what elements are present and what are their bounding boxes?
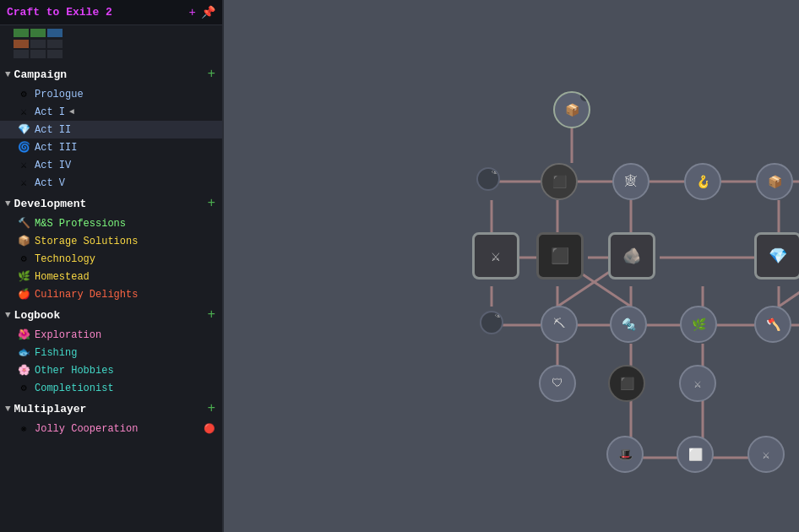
completionist-label: Completionist	[35, 383, 114, 394]
jolly-label: Jolly Cooperation	[35, 423, 138, 435]
multiplayer-section-header[interactable]: ▼ Multiplayer +	[0, 397, 222, 420]
sidebar-item-culinary[interactable]: 🍎 Culinary Delights	[0, 285, 222, 303]
technology-icon: ⚙	[17, 252, 30, 265]
act5-icon: ⚔	[17, 176, 30, 189]
act2-icon: 💎	[17, 123, 30, 136]
act3-label: Act III	[35, 142, 77, 154]
culinary-icon: 🍎	[17, 288, 30, 301]
sidebar-item-jolly[interactable]: ❋ Jolly Cooperation 🔴	[0, 420, 222, 437]
sidebar-item-hobbies[interactable]: 🌸 Other Hobbies	[0, 361, 222, 379]
sidebar-item-act1[interactable]: ⚔ Act I ◄	[0, 103, 222, 121]
hobbies-label: Other Hobbies	[35, 365, 114, 377]
professions-label: M&S Professions	[35, 218, 126, 230]
act3-icon: 🌀	[17, 141, 30, 154]
dev-label: Development	[14, 198, 208, 210]
node-n5[interactable]: ⬛	[541, 163, 578, 200]
multiplayer-label: Multiplayer	[14, 403, 208, 415]
sidebar-item-fishing[interactable]: 🐟 Fishing	[0, 344, 222, 361]
sidebar-item-storage[interactable]: 📦 Storage Solutions	[0, 232, 222, 250]
multiplayer-add-button[interactable]: +	[207, 401, 215, 416]
node-n8[interactable]: 📦	[756, 163, 793, 200]
logbook-add-button[interactable]: +	[207, 307, 215, 323]
sidebar-item-homestead[interactable]: 🌿 Homestead	[0, 268, 222, 285]
node-n21[interactable]: 🔩	[610, 306, 647, 343]
node-n19[interactable]: 👁	[480, 311, 503, 334]
node-n15[interactable]: 💎	[754, 232, 799, 280]
node-n1[interactable]: 📦 👁	[553, 91, 590, 128]
exploration-icon: 🌺	[17, 328, 30, 341]
jolly-icon: ❋	[17, 422, 30, 435]
prologue-label: Prologue	[35, 89, 84, 100]
sidebar-item-act3[interactable]: 🌀 Act III	[0, 138, 222, 156]
act2-label: Act II	[35, 124, 71, 136]
sidebar-item-professions[interactable]: 🔨 M&S Professions	[0, 214, 222, 232]
eye-icon-3: 👁	[490, 167, 500, 177]
campaign-add-button[interactable]: +	[207, 67, 215, 82]
eye-icon: 👁	[580, 91, 590, 101]
node-n29[interactable]: 🎩	[606, 436, 644, 473]
development-section-header[interactable]: ▼ Development +	[0, 192, 222, 214]
sidebar-item-act2[interactable]: 💎 Act II	[0, 121, 222, 138]
sidebar-item-prologue[interactable]: ⚙ Prologue	[0, 85, 222, 103]
act5-label: Act V	[35, 177, 65, 189]
act1-label: Act I	[35, 106, 65, 118]
node-n12[interactable]: ⚔	[472, 232, 519, 280]
node-n14[interactable]: 🪨	[608, 232, 655, 280]
node-n28[interactable]: ⚔	[679, 365, 716, 402]
act4-label: Act IV	[35, 160, 71, 171]
node-n22[interactable]: 🌿	[680, 306, 717, 343]
node-n4[interactable]: 👁	[476, 167, 500, 191]
dev-arrow: ▼	[5, 198, 11, 209]
exploration-label: Exploration	[35, 329, 101, 341]
sidebar-item-act5[interactable]: ⚔ Act V	[0, 174, 222, 192]
campaign-arrow: ▼	[5, 69, 11, 79]
storage-label: Storage Solutions	[35, 236, 138, 247]
multiplayer-arrow: ▼	[5, 404, 11, 414]
main-content: 📦 👁 🧪 👁 🔮 👁 ⬛ 🕸 🪝 📦 ⚔ 🧱 📖 👁 ⚔ ⬛	[224, 0, 799, 532]
completionist-icon: ⚙	[17, 382, 30, 394]
campaign-section-header[interactable]: ▼ Campaign +	[0, 62, 222, 85]
eye-icon-5: 👁	[493, 311, 503, 321]
fishing-icon: 🐟	[17, 346, 30, 359]
jolly-badge: 🔴	[204, 423, 215, 434]
node-n26[interactable]: 🛡	[539, 365, 576, 402]
node-n13[interactable]: ⬛	[536, 232, 584, 280]
prologue-icon: ⚙	[17, 88, 30, 100]
dev-add-button[interactable]: +	[207, 196, 215, 211]
node-n31[interactable]: ⚔	[747, 436, 785, 473]
node-n23[interactable]: 🪓	[754, 306, 791, 343]
app-title: Craft to Exile 2	[7, 6, 184, 19]
hobbies-icon: 🌸	[17, 364, 30, 377]
logbook-section-header[interactable]: ▼ Logbook +	[0, 303, 222, 326]
sidebar-item-act4[interactable]: ⚔ Act IV	[0, 156, 222, 174]
node-n30[interactable]: ⬜	[677, 436, 714, 473]
act4-icon: ⚔	[17, 159, 30, 171]
node-n27[interactable]: ⬛	[608, 365, 645, 402]
act1-arrow: ◄	[69, 107, 74, 117]
homestead-label: Homestead	[35, 271, 90, 283]
node-n7[interactable]: 🪝	[684, 163, 721, 200]
app-header: Craft to Exile 2 + 📌	[0, 0, 222, 25]
sidebar-item-completionist[interactable]: ⚙ Completionist	[0, 379, 222, 397]
campaign-label: Campaign	[14, 68, 208, 81]
sidebar: Craft to Exile 2 + 📌 ▼ Campaign + ⚙ Prol…	[0, 0, 224, 532]
pin-button[interactable]: 📌	[201, 5, 215, 19]
homestead-icon: 🌿	[17, 270, 30, 283]
logbook-label: Logbook	[14, 309, 208, 322]
sidebar-item-exploration[interactable]: 🌺 Exploration	[0, 326, 222, 344]
node-n6[interactable]: 🕸	[612, 163, 650, 200]
logbook-arrow: ▼	[5, 310, 11, 320]
professions-icon: 🔨	[17, 217, 30, 230]
technology-label: Technology	[35, 253, 95, 265]
add-tab-button[interactable]: +	[189, 6, 196, 19]
culinary-label: Culinary Delights	[35, 289, 138, 301]
node-n20[interactable]: ⛏	[541, 306, 578, 343]
fishing-label: Fishing	[35, 347, 77, 359]
act1-icon: ⚔	[17, 106, 30, 118]
sidebar-item-technology[interactable]: ⚙ Technology	[0, 250, 222, 268]
storage-icon: 📦	[17, 235, 30, 247]
